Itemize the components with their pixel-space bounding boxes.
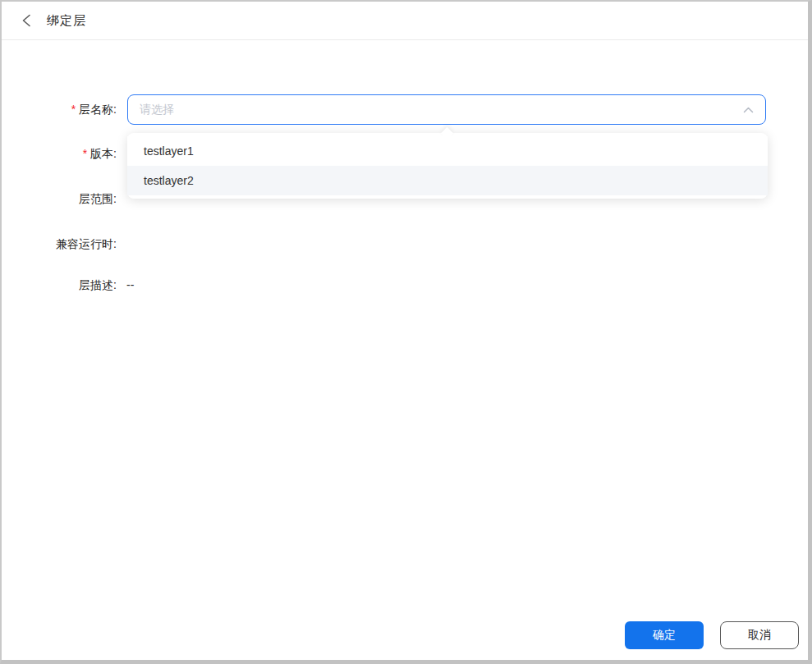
- dropdown-option-testlayer1[interactable]: testlayer1: [127, 136, 768, 166]
- layer-scope-label-text: 层范围:: [79, 192, 117, 205]
- layer-name-select[interactable]: 请选择: [127, 94, 766, 125]
- layer-description-label: 层描述:: [2, 277, 117, 293]
- ok-button[interactable]: 确定: [625, 621, 704, 649]
- dropdown-option-testlayer2[interactable]: testlayer2: [127, 166, 768, 195]
- layer-description-label-text: 层描述:: [79, 278, 117, 291]
- select-placeholder: 请选择: [140, 103, 742, 117]
- layer-description-value: --: [126, 277, 134, 293]
- compatible-runtime-label: 兼容运行时:: [2, 236, 117, 252]
- version-label: *版本:: [2, 145, 117, 162]
- back-icon[interactable]: [18, 12, 34, 29]
- compatible-runtime-label-text: 兼容运行时:: [56, 237, 117, 250]
- page-title: 绑定层: [47, 13, 86, 29]
- layer-name-label: *层名称:: [2, 101, 117, 117]
- layer-scope-label: 层范围:: [2, 190, 117, 207]
- chevron-up-icon: [742, 104, 754, 116]
- page-header: 绑定层: [2, 2, 808, 40]
- bind-layer-page: 绑定层 *层名称: *版本: 层范围: 兼容运行时: 层描述: -- 请选择 t…: [0, 0, 812, 664]
- chevron-left-icon: [21, 14, 31, 27]
- required-asterisk: *: [83, 147, 87, 160]
- cancel-button[interactable]: 取消: [720, 621, 799, 649]
- version-label-text: 版本:: [90, 147, 117, 160]
- required-asterisk: *: [71, 103, 76, 116]
- layer-name-dropdown: testlayer1 testlayer2: [127, 133, 768, 199]
- layer-name-label-text: 层名称:: [79, 103, 117, 116]
